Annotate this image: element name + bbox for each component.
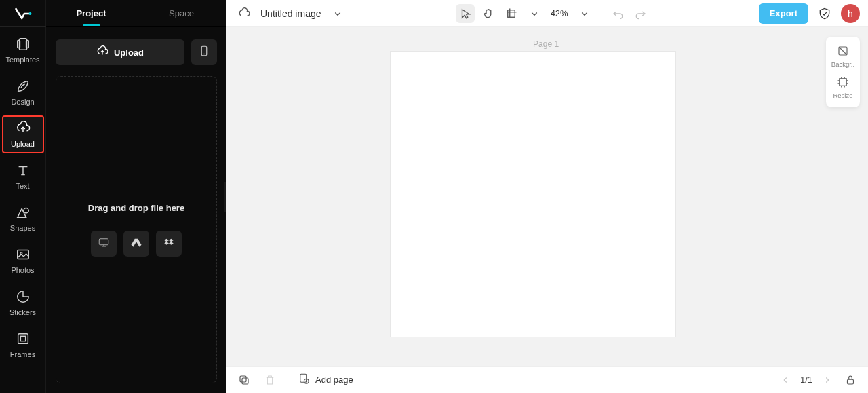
add-page-button[interactable]: Add page	[298, 373, 353, 387]
rail-label: Frames	[10, 350, 35, 358]
avatar-initial: h	[848, 8, 853, 19]
svg-rect-21	[242, 378, 248, 384]
crop-tool[interactable]	[502, 4, 521, 23]
upload-icon	[16, 121, 31, 137]
rail-label: Templates	[5, 56, 39, 64]
tab-label: Space	[169, 8, 194, 18]
export-button[interactable]: Export	[759, 3, 808, 24]
source-google-drive-button[interactable]	[123, 231, 149, 257]
zoom-level[interactable]: 42%	[548, 8, 571, 18]
bottombar: Add page 1/1	[226, 366, 868, 393]
cloud-upload-icon	[96, 45, 108, 60]
rail-design[interactable]: Design	[2, 73, 44, 111]
export-label: Export	[770, 8, 797, 18]
upload-from-mobile-button[interactable]	[191, 39, 217, 65]
panel-tabs: Project Space	[46, 0, 226, 27]
photos-icon	[16, 247, 31, 263]
left-rail: Templates Design Upload Text Shapes Phot…	[0, 0, 46, 393]
prev-page-button[interactable]	[778, 373, 792, 387]
source-dropbox-button[interactable]	[156, 231, 182, 257]
svg-rect-2	[17, 41, 20, 48]
upload-button-label: Upload	[114, 48, 144, 58]
rail-frames[interactable]: Frames	[2, 326, 44, 364]
mobile-icon	[198, 44, 210, 60]
shapes-icon	[16, 205, 31, 221]
side-tool-label: Backgr..	[831, 60, 854, 68]
tab-project[interactable]: Project	[46, 0, 136, 26]
templates-icon	[16, 37, 31, 53]
rail-label: Upload	[11, 140, 35, 148]
svg-rect-24	[848, 379, 854, 384]
rail-stickers[interactable]: Stickers	[2, 284, 44, 322]
upload-sources	[91, 231, 182, 257]
delete-button[interactable]	[262, 372, 278, 388]
add-page-icon	[298, 373, 310, 387]
stickers-icon	[16, 289, 31, 305]
page-label: Page 1	[533, 39, 559, 49]
google-drive-icon	[130, 237, 142, 250]
rail-label: Photos	[11, 266, 34, 274]
rail-label: Shapes	[10, 224, 35, 232]
svg-rect-20	[240, 376, 246, 382]
canvas-viewport[interactable]: Page 1 Backgr.. Resize	[226, 27, 868, 366]
page-indicator: 1/1	[800, 375, 812, 385]
divider	[288, 374, 288, 386]
background-icon	[837, 45, 849, 58]
upload-panel: Project Space Upload Drag and drop file …	[46, 0, 226, 393]
monitor-icon	[98, 237, 110, 250]
divider	[601, 7, 601, 20]
pager: 1/1	[778, 372, 859, 388]
canvas-page[interactable]	[391, 52, 675, 337]
rail-shapes[interactable]: Shapes	[2, 200, 44, 238]
dropbox-icon	[163, 237, 175, 250]
svg-rect-7	[18, 334, 28, 344]
svg-line-18	[839, 47, 847, 55]
next-page-button[interactable]	[821, 373, 834, 387]
app-logo[interactable]	[0, 0, 46, 27]
svg-rect-3	[26, 41, 28, 48]
rail-label: Design	[11, 98, 34, 106]
redo-button[interactable]	[631, 4, 650, 23]
rail-upload[interactable]: Upload	[2, 115, 44, 153]
zoom-dropdown[interactable]	[575, 4, 594, 23]
title-dropdown[interactable]	[328, 4, 347, 23]
resize-icon	[837, 76, 849, 90]
rail-text[interactable]: Text	[2, 157, 44, 195]
svg-rect-8	[20, 336, 25, 341]
project-title[interactable]: Untitled image	[260, 8, 321, 19]
svg-rect-14	[507, 10, 515, 17]
resize-tool[interactable]: Resize	[826, 72, 860, 103]
lock-button[interactable]	[842, 372, 859, 388]
undo-button[interactable]	[608, 4, 627, 23]
rail-label: Text	[16, 182, 29, 190]
privacy-shield-button[interactable]	[815, 4, 834, 23]
source-device-button[interactable]	[91, 231, 117, 257]
svg-point-4	[23, 208, 28, 213]
add-page-label: Add page	[315, 375, 353, 385]
tab-space[interactable]: Space	[136, 0, 226, 26]
select-tool[interactable]	[456, 4, 475, 23]
design-icon	[16, 79, 31, 95]
svg-rect-11	[99, 239, 108, 245]
frames-icon	[16, 331, 31, 348]
rail-photos[interactable]: Photos	[2, 242, 44, 280]
rail-label: Stickers	[9, 308, 36, 316]
topbar: Untitled image 42% Export h	[226, 0, 868, 27]
side-tools: Backgr.. Resize	[826, 37, 860, 107]
layers-button[interactable]	[236, 372, 252, 388]
hand-tool[interactable]	[479, 4, 498, 23]
side-tool-label: Resize	[833, 92, 852, 99]
text-icon	[16, 163, 31, 179]
user-avatar[interactable]: h	[841, 4, 860, 23]
svg-point-0	[28, 12, 31, 15]
upload-button[interactable]: Upload	[56, 39, 184, 65]
dropzone[interactable]: Drag and drop file here	[56, 76, 217, 383]
tab-label: Project	[76, 8, 106, 18]
svg-rect-19	[840, 79, 847, 86]
crop-dropdown[interactable]	[525, 4, 544, 23]
project-type-icon[interactable]	[235, 4, 254, 23]
drop-text: Drag and drop file here	[88, 203, 184, 213]
main-area: Untitled image 42% Export h Page 1	[226, 0, 868, 393]
background-tool[interactable]: Backgr..	[826, 41, 860, 72]
rail-templates[interactable]: Templates	[2, 31, 44, 69]
